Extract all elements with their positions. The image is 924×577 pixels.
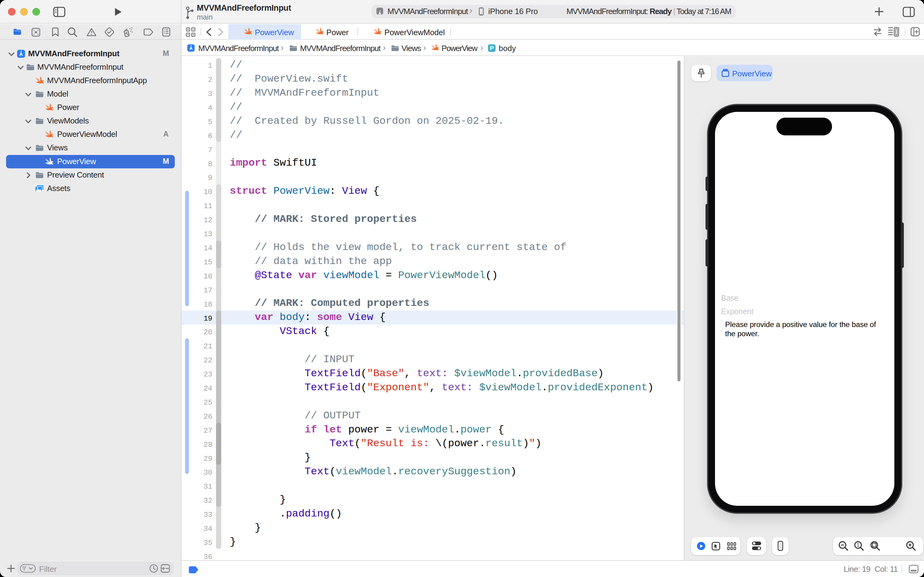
svg-text:1: 1 bbox=[857, 543, 860, 548]
